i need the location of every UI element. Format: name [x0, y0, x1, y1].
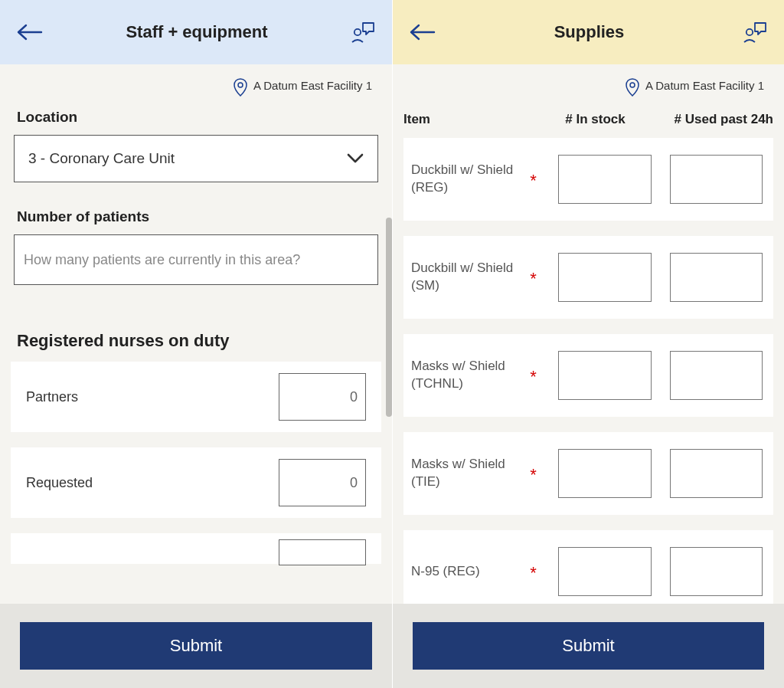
supply-name: N-95 (REG)	[411, 563, 522, 581]
used-input[interactable]	[671, 156, 762, 203]
scrollbar[interactable]	[386, 218, 392, 417]
col-used: # Used past 24h	[658, 112, 773, 127]
required-icon: *	[527, 366, 541, 385]
header-staff: Staff + equipment	[0, 0, 392, 64]
supply-name: Duckbill w/ Shield (SM)	[411, 260, 522, 295]
col-item: Item	[403, 112, 526, 127]
supply-name: Masks w/ Shield (TCHNL)	[411, 358, 522, 393]
supply-row: Masks w/ Shield (TIE) *	[403, 432, 773, 515]
used-input-wrapper	[670, 449, 763, 498]
location-label: Location	[0, 104, 392, 135]
back-arrow-icon	[408, 23, 436, 41]
svg-point-0	[354, 29, 361, 35]
extra-input[interactable]	[279, 545, 358, 561]
submit-button[interactable]: Submit	[20, 622, 372, 670]
supplies-screen: Supplies A Datum East Facility 1 Item # …	[392, 0, 784, 688]
location-select[interactable]: 3 - Coronary Care Unit	[14, 135, 378, 182]
facility-name: A Datum East Facility 1	[645, 78, 764, 93]
required-icon: *	[527, 170, 541, 189]
chevron-down-icon	[347, 153, 364, 164]
requested-input-wrapper	[279, 459, 366, 506]
stock-input-wrapper	[558, 253, 651, 302]
patients-label: Number of patients	[0, 204, 392, 234]
stock-input-wrapper	[558, 351, 651, 400]
nurse-row: Requested	[11, 447, 381, 518]
nurse-row	[11, 533, 381, 564]
stock-input-wrapper	[558, 547, 651, 596]
used-input-wrapper	[670, 351, 763, 400]
used-input[interactable]	[671, 450, 762, 497]
stock-input[interactable]	[559, 450, 650, 497]
back-arrow-icon	[15, 23, 43, 41]
stock-input[interactable]	[559, 352, 650, 399]
required-icon: *	[527, 562, 541, 582]
footer-left: Submit	[0, 604, 392, 688]
used-input-wrapper	[670, 155, 763, 204]
supply-row: Masks w/ Shield (TCHNL) *	[403, 334, 773, 417]
back-button[interactable]	[408, 17, 439, 48]
page-title: Supplies	[439, 22, 740, 42]
supply-columns: Item # In stock # Used past 24h	[393, 104, 784, 138]
stock-input[interactable]	[559, 548, 650, 595]
footer-right: Submit	[393, 604, 784, 688]
partners-input-wrapper	[279, 373, 366, 421]
facility-indicator: A Datum East Facility 1	[0, 64, 392, 104]
nurse-row-label: Requested	[26, 475, 93, 491]
back-button[interactable]	[15, 17, 46, 48]
used-input[interactable]	[671, 254, 762, 301]
nurses-heading: Registered nurses on duty	[0, 293, 392, 362]
supply-name: Duckbill w/ Shield (REG)	[411, 162, 522, 197]
supply-name: Masks w/ Shield (TIE)	[411, 456, 522, 491]
patients-input-wrapper	[14, 234, 378, 285]
col-stock: # In stock	[526, 112, 658, 127]
person-chat-icon	[351, 21, 375, 44]
location-pin-icon	[234, 78, 247, 97]
required-icon: *	[527, 464, 541, 483]
required-icon: *	[527, 268, 541, 287]
supply-row: Duckbill w/ Shield (REG) *	[403, 138, 773, 221]
location-pin-icon	[626, 78, 639, 97]
facility-name: A Datum East Facility 1	[253, 78, 372, 93]
stock-input-wrapper	[558, 449, 651, 498]
chat-button[interactable]	[348, 17, 378, 48]
page-title: Staff + equipment	[46, 22, 348, 42]
stock-input[interactable]	[559, 156, 650, 203]
stock-input-wrapper	[558, 155, 651, 204]
supply-row: N-95 (REG) *	[403, 530, 773, 604]
location-value: 3 - Coronary Care Unit	[28, 150, 175, 167]
svg-point-2	[746, 29, 753, 35]
nurse-row-label: Partners	[26, 389, 78, 405]
staff-equipment-screen: Staff + equipment A Datum East Facility …	[0, 0, 392, 688]
partners-input[interactable]	[279, 389, 358, 405]
requested-input[interactable]	[279, 475, 358, 491]
used-input[interactable]	[671, 548, 762, 595]
submit-button[interactable]: Submit	[413, 622, 764, 670]
stock-input[interactable]	[559, 254, 650, 301]
supply-row: Duckbill w/ Shield (SM) *	[403, 236, 773, 319]
chat-button[interactable]	[740, 17, 770, 48]
extra-input-wrapper	[279, 539, 366, 565]
patients-input[interactable]	[24, 252, 368, 268]
staff-content: Location 3 - Coronary Care Unit Number o…	[0, 104, 392, 604]
used-input-wrapper	[670, 253, 763, 302]
supplies-content: Item # In stock # Used past 24h Duckbill…	[393, 104, 784, 604]
nurse-row: Partners	[11, 362, 381, 432]
header-supplies: Supplies	[393, 0, 784, 64]
facility-indicator: A Datum East Facility 1	[393, 64, 784, 104]
person-chat-icon	[743, 21, 767, 44]
used-input[interactable]	[671, 352, 762, 399]
used-input-wrapper	[670, 547, 763, 596]
svg-point-1	[238, 83, 243, 87]
svg-point-3	[630, 83, 635, 87]
